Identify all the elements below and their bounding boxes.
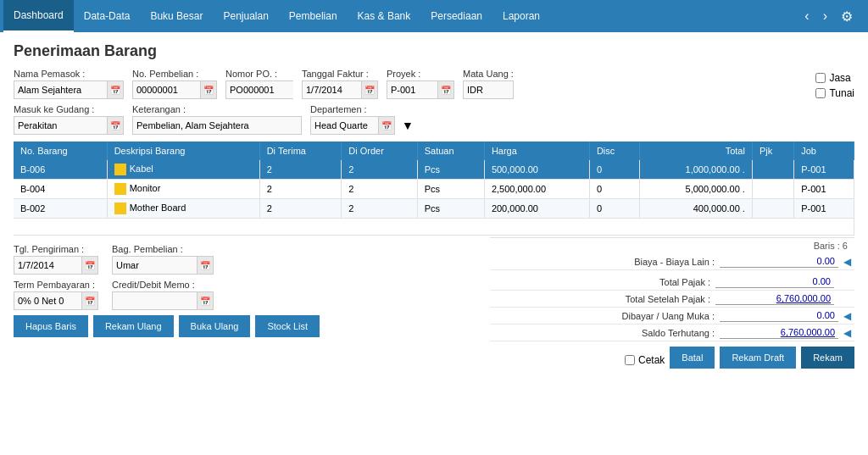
nav-persediaan[interactable]: Persediaan — [420, 0, 492, 32]
credit-debit-group: Credit/Debit Memo : 📅 — [112, 280, 214, 310]
proyek-icon-btn[interactable]: 📅 — [437, 80, 454, 99]
term-pembayaran-input-group: 📅 — [14, 291, 98, 310]
mata-uang-input[interactable] — [463, 80, 514, 99]
below-table: Tgl. Pengiriman : 📅 Bag. Pembelian : 📅 — [14, 237, 854, 369]
tanggal-faktur-label: Tanggal Faktur : — [302, 69, 378, 79]
nomor-po-group: Nomor PO. : — [225, 69, 293, 99]
main-content: Penerimaan Barang Nama Pemasok : 📅 No. P… — [0, 32, 868, 455]
tgl-pengiriman-icon-btn[interactable]: 📅 — [81, 256, 98, 275]
nav-forward-button[interactable]: › — [818, 5, 832, 27]
jasa-checkbox[interactable] — [815, 73, 826, 83]
credit-debit-label: Credit/Debit Memo : — [112, 280, 214, 290]
proyek-label: Proyek : — [387, 69, 454, 79]
table-row[interactable]: B-004 Monitor 2 2 Pcs 2,500,000.00 0 5,0… — [14, 180, 854, 199]
nomor-po-input[interactable] — [225, 80, 293, 99]
col-job: Job — [794, 141, 854, 160]
departemen-icon-btn[interactable]: 📅 — [378, 116, 395, 135]
tunai-label: Tunai — [829, 87, 854, 99]
item-icon — [114, 164, 126, 175]
footer-row-1: Tgl. Pengiriman : 📅 Bag. Pembelian : 📅 — [14, 244, 490, 275]
supplier-input[interactable] — [14, 80, 107, 99]
dibayar-label: Dibayar / Uang Muka : — [579, 311, 715, 321]
cell-pjk — [752, 160, 793, 180]
nomor-po-label: Nomor PO. : — [225, 69, 293, 79]
total-setelah-pajak-row: Total Setelah Pajak : 6,760,000.00 — [490, 291, 854, 308]
departemen-label: Departemen : — [310, 104, 414, 114]
supplier-icon-btn[interactable]: 📅 — [107, 80, 124, 99]
col-no-barang: No. Barang — [14, 141, 107, 160]
biaya-arrow-icon[interactable]: ◀ — [843, 256, 851, 268]
supplier-group: Nama Pemasok : 📅 — [14, 69, 124, 99]
bag-pembelian-input[interactable] — [112, 256, 197, 275]
masuk-gudang-icon-btn[interactable]: 📅 — [107, 116, 124, 135]
nav-laporan[interactable]: Laporan — [492, 0, 550, 32]
tgl-pengiriman-label: Tgl. Pengiriman : — [14, 244, 98, 254]
cell-di-terima: 2 — [259, 160, 342, 180]
hapus-baris-button[interactable]: Hapus Baris — [14, 315, 88, 337]
jasa-label: Jasa — [829, 72, 850, 84]
proyek-input[interactable] — [387, 80, 437, 99]
table-header-row: No. Barang Deskripsi Barang Di Terima Di… — [14, 141, 854, 160]
table-row[interactable]: B-006 Kabel 2 2 Pcs 500,000.00 0 1,000,0… — [14, 160, 854, 180]
cetak-label: Cetak — [638, 354, 665, 366]
nav-kas-bank[interactable]: Kas & Bank — [348, 0, 421, 32]
tunai-checkbox-item: Tunai — [815, 87, 854, 99]
nav-penjualan[interactable]: Penjualan — [213, 0, 278, 32]
cell-no-barang: B-006 — [14, 160, 107, 180]
total-setelah-pajak-label: Total Setelah Pajak : — [575, 294, 710, 304]
tgl-pengiriman-input[interactable] — [14, 256, 81, 275]
cetak-checkbox[interactable] — [625, 355, 635, 365]
credit-debit-input-group: 📅 — [112, 291, 214, 310]
nav-data-data[interactable]: Data-Data — [74, 0, 141, 32]
col-deskripsi: Deskripsi Barang — [107, 141, 259, 160]
table-row[interactable]: B-002 Mother Board 2 2 Pcs 200,000.00 0 … — [14, 199, 854, 219]
po-number-icon-btn[interactable]: 📅 — [200, 80, 217, 99]
keterangan-group: Keterangan : — [132, 104, 302, 135]
navbar: Dashboard Data-Data Buku Besar Penjualan… — [0, 0, 868, 32]
cell-deskripsi: Mother Board — [107, 199, 259, 219]
term-pembayaran-group: Term Pembayaran : 📅 — [14, 280, 98, 310]
departemen-input[interactable] — [310, 116, 378, 135]
cell-disc: 0 — [589, 160, 639, 180]
batal-button[interactable]: Batal — [670, 347, 715, 369]
masuk-gudang-input[interactable] — [14, 116, 107, 135]
col-disc: Disc — [589, 141, 639, 160]
tanggal-faktur-group: Tanggal Faktur : 📅 — [302, 69, 378, 99]
term-pembayaran-icon-btn[interactable]: 📅 — [81, 291, 98, 310]
nav-back-button[interactable]: ‹ — [799, 5, 814, 27]
dropdown-arrow-icon[interactable]: ▼ — [402, 119, 414, 132]
nav-buku-besar[interactable]: Buku Besar — [140, 0, 213, 32]
rekam-button[interactable]: Rekam — [801, 347, 854, 369]
saldo-label: Saldo Terhutang : — [579, 328, 715, 338]
rekam-draft-button[interactable]: Rekam Draft — [720, 347, 796, 369]
bag-pembelian-icon-btn[interactable]: 📅 — [197, 256, 214, 275]
masuk-gudang-input-group: 📅 — [14, 116, 124, 135]
term-pembayaran-input[interactable] — [14, 291, 81, 310]
cell-disc: 0 — [589, 180, 639, 199]
keterangan-input[interactable] — [132, 116, 302, 135]
nav-settings-button[interactable]: ⚙ — [836, 5, 858, 28]
saldo-arrow-icon[interactable]: ◀ — [843, 327, 851, 339]
col-harga: Harga — [484, 141, 589, 160]
stock-list-button[interactable]: Stock List — [255, 315, 320, 337]
po-number-input[interactable] — [132, 80, 200, 99]
cell-satuan: Pcs — [417, 199, 484, 219]
dibayar-value: 0.00 — [720, 309, 838, 322]
buka-ulang-button[interactable]: Buka Ulang — [179, 315, 251, 337]
tunai-checkbox[interactable] — [815, 88, 826, 98]
nav-pembelian[interactable]: Pembelian — [279, 0, 348, 32]
jasa-checkbox-item: Jasa — [815, 72, 854, 84]
tanggal-faktur-icon-btn[interactable]: 📅 — [361, 80, 378, 99]
credit-debit-input[interactable] — [112, 291, 197, 310]
credit-debit-icon-btn[interactable]: 📅 — [197, 291, 214, 310]
cell-no-barang: B-002 — [14, 199, 107, 219]
departemen-input-group: 📅 ▼ — [310, 116, 414, 135]
rekam-ulang-button[interactable]: Rekam Ulang — [93, 315, 174, 337]
total-pajak-label: Total Pajak : — [575, 277, 710, 287]
tanggal-faktur-input[interactable] — [302, 80, 361, 99]
dibayar-arrow-icon[interactable]: ◀ — [843, 310, 851, 322]
cell-satuan: Pcs — [417, 160, 484, 180]
nav-dashboard[interactable]: Dashboard — [3, 0, 74, 32]
col-total: Total — [639, 141, 752, 160]
nomor-po-input-group — [225, 80, 293, 99]
